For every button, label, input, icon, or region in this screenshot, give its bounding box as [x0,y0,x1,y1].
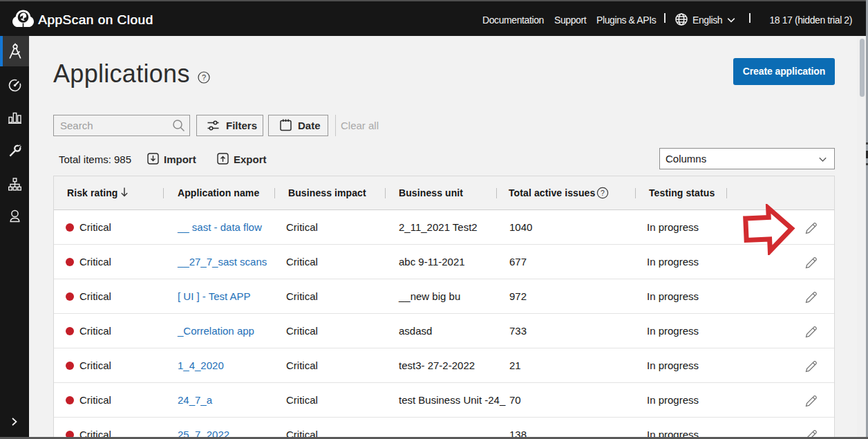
svg-text:?: ? [202,73,206,82]
svg-text:?: ? [601,189,605,197]
